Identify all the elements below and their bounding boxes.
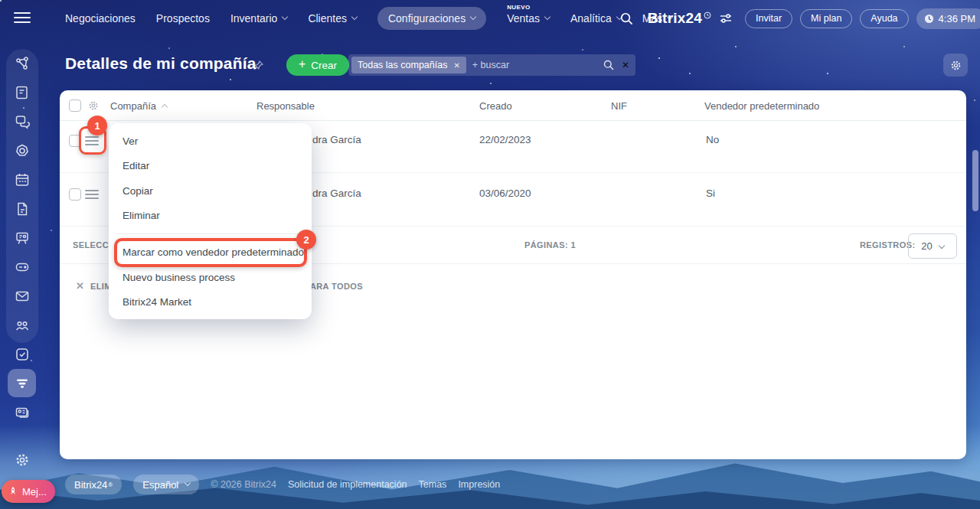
nav-configuraciones-active[interactable]: Configuraciones — [377, 7, 486, 30]
crm-funnel-icon[interactable] — [14, 375, 31, 392]
feed-icon[interactable] — [14, 84, 31, 101]
main-menu-icon[interactable] — [14, 12, 31, 24]
documents-icon[interactable] — [14, 201, 31, 217]
delete-x-icon[interactable]: ✕ — [76, 280, 84, 292]
tasks-icon[interactable] — [14, 346, 31, 363]
clock-icon — [924, 14, 934, 24]
footer-link-impresion[interactable]: Impresión — [458, 479, 500, 490]
menu-item-bitrix24-market[interactable]: Bitrix24 Market — [122, 292, 191, 312]
annotation-step-1: 1 — [87, 116, 107, 135]
chevron-down-icon — [938, 242, 944, 248]
messenger-icon[interactable] — [14, 113, 31, 130]
row-checkbox[interactable] — [69, 188, 81, 201]
create-button[interactable]: + Crear — [286, 54, 349, 76]
annotation-highlight-menu-item — [114, 238, 307, 267]
collab-icon[interactable] — [14, 142, 31, 159]
nav-ventas[interactable]: NUEVOVentas — [507, 12, 550, 24]
menu-item-nuevo-business-process[interactable]: Nuevo business process — [122, 268, 235, 288]
search-placeholder[interactable]: + buscar — [472, 60, 603, 70]
help-button[interactable]: Ayuda — [860, 9, 908, 28]
my-plan-button[interactable]: Mi plan — [800, 9, 852, 28]
menu-item-ver[interactable]: Ver — [122, 132, 138, 152]
annotation-step-2: 2 — [296, 230, 316, 250]
search-icon[interactable] — [619, 11, 634, 26]
brand-clock-icon — [704, 11, 711, 19]
for-all-label[interactable]: PARA TODOS — [305, 282, 363, 291]
pin-icon[interactable] — [253, 60, 264, 71]
footer-link-temas[interactable]: Temas — [419, 479, 447, 490]
chevron-down-icon — [351, 14, 358, 20]
clock-widget[interactable]: 4:36 PM — [916, 8, 980, 29]
menu-item-copiar[interactable]: Copiar — [122, 181, 153, 201]
nav-inventario[interactable]: Inventario — [230, 12, 287, 24]
chevron-down-icon — [470, 14, 476, 20]
invite-button[interactable]: Invitar — [745, 9, 792, 28]
mail-icon[interactable] — [14, 288, 31, 305]
whiteboard-icon[interactable] — [14, 230, 31, 246]
calendar-icon[interactable] — [14, 171, 31, 188]
sliders-icon[interactable] — [719, 12, 733, 24]
language-selector[interactable]: Español — [133, 475, 199, 494]
plus-icon: + — [299, 57, 305, 71]
settings-gear-icon[interactable] — [14, 452, 31, 468]
hr-people-icon[interactable] — [14, 317, 31, 334]
sign-card-icon[interactable] — [14, 404, 31, 421]
chevron-down-icon — [544, 14, 550, 20]
nav-analitica[interactable]: Analítica — [570, 12, 622, 24]
view-settings-button[interactable] — [943, 54, 968, 77]
column-header-creado[interactable]: Creado — [479, 100, 512, 112]
footer-link-implementacion[interactable]: Solicitud de implementación — [288, 479, 407, 490]
clear-filter-icon[interactable]: ✕ — [622, 60, 629, 70]
records-label: REGISTROS: — [860, 240, 915, 250]
chip-close-icon[interactable]: ✕ — [453, 61, 459, 70]
bitrix24-crm-screen: Negociaciones Prospectos Inventario Clie… — [0, 0, 980, 509]
menu-item-eliminar[interactable]: Eliminar — [122, 206, 160, 226]
page-scrollbar[interactable] — [972, 150, 978, 211]
nav-negociaciones[interactable]: Negociaciones — [65, 12, 136, 24]
cell-creado: 03/06/2020 — [479, 188, 531, 199]
network-icon[interactable] — [14, 55, 31, 72]
chevron-down-icon — [185, 480, 191, 486]
cell-vendedor: Si — [706, 188, 715, 199]
top-bar: Negociaciones Prospectos Inventario Clie… — [0, 0, 980, 37]
pages-label: PÁGINAS: 1 — [524, 240, 576, 250]
nav-clientes[interactable]: Clientes — [308, 12, 357, 24]
search-icon[interactable] — [603, 59, 615, 71]
cell-creado: 22/02/2023 — [479, 134, 531, 145]
bitrix24-logo[interactable]: Bitrix24 — [648, 10, 711, 27]
table-header: Compañía Responsable Creado NIF Vendedor… — [60, 90, 966, 121]
nuevo-badge: NUEVO — [507, 4, 530, 11]
menu-divider — [116, 233, 305, 234]
grid-settings-gear-icon[interactable] — [87, 100, 100, 112]
row-context-menu: Ver Editar Copiar Eliminar Marcar como v… — [109, 123, 312, 319]
main-nav: Negociaciones Prospectos Inventario Clie… — [65, 0, 672, 37]
sort-asc-icon — [162, 104, 168, 110]
rocket-icon — [8, 486, 18, 497]
filter-chip[interactable]: Todas las compañías ✕ — [351, 57, 466, 73]
page-title: Detalles de mi compañía — [65, 54, 256, 73]
cell-responsable: dra García — [312, 188, 361, 199]
copyright-text: © 2026 Bitrix24 — [211, 479, 276, 490]
upgrade-button[interactable]: Mej... — [2, 480, 55, 503]
topbar-right: Bitrix24 Invitar Mi plan Ayuda 4:36 PM — [619, 0, 980, 37]
registered-icon: ® — [108, 481, 113, 488]
records-per-page-dropdown[interactable]: 20 — [908, 233, 957, 259]
menu-item-editar[interactable]: Editar — [122, 156, 149, 176]
nav-prospectos[interactable]: Prospectos — [156, 12, 210, 24]
column-header-responsable[interactable]: Responsable — [256, 100, 315, 112]
cell-vendedor: No — [706, 134, 719, 145]
cell-responsable: dra García — [312, 134, 361, 145]
page-footer: Bitrix24® Español © 2026 Bitrix24 Solici… — [65, 473, 500, 496]
footer-brand-pill[interactable]: Bitrix24® — [65, 475, 122, 494]
drive-icon[interactable] — [14, 259, 31, 276]
column-header-nif[interactable]: NIF — [611, 100, 627, 112]
filter-search-bar[interactable]: Todas las compañías ✕ + buscar ✕ — [348, 54, 635, 76]
chevron-down-icon — [282, 14, 288, 20]
row-actions-menu-icon[interactable] — [85, 190, 99, 199]
column-header-vendedor[interactable]: Vendedor predeterminado — [704, 100, 819, 112]
filter-icons: ✕ — [603, 59, 629, 71]
select-all-checkbox[interactable] — [69, 100, 81, 112]
column-header-compania[interactable]: Compañía — [110, 100, 167, 112]
